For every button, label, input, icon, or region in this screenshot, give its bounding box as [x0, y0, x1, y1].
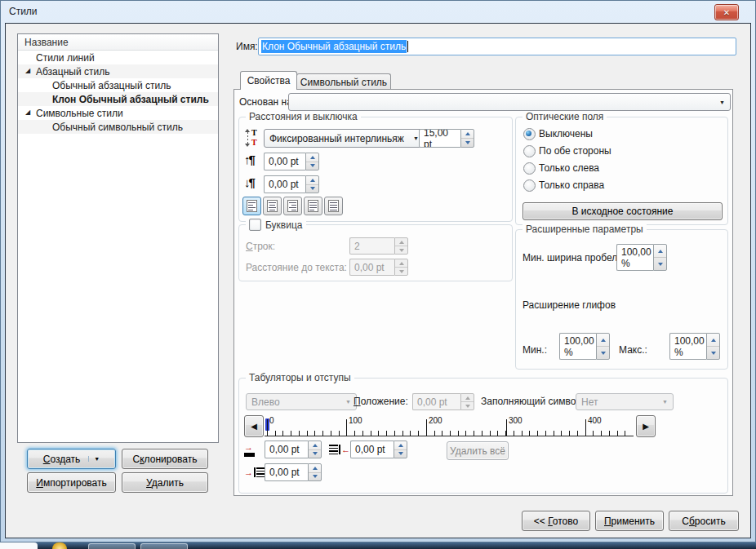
spin-down-icon: [461, 401, 474, 410]
left-indent-value[interactable]: 0,00 pt: [265, 463, 308, 481]
glyph-min-value[interactable]: 100,00 %: [559, 333, 596, 360]
clone-button[interactable]: Склонировать: [122, 449, 208, 469]
tree-item-paragraph-styles[interactable]: ◢ Абзацный стиль: [18, 64, 218, 78]
tree-item-line-styles[interactable]: Стили линий: [18, 51, 218, 64]
spin-down-icon[interactable]: [654, 257, 666, 270]
tree-item-character-styles[interactable]: ◢ Символьные стили: [18, 106, 218, 120]
spin-up-icon[interactable]: [309, 441, 321, 449]
align-force-justify-icon: [328, 200, 339, 212]
radio-off-label[interactable]: Выключены: [539, 128, 593, 139]
create-dropdown-icon[interactable]: ▼: [88, 456, 100, 462]
create-button[interactable]: Создать ▼: [27, 449, 116, 469]
style-name-input[interactable]: Клон Обычный абзацный стиль: [258, 38, 736, 55]
spin-up-icon[interactable]: [654, 245, 666, 257]
close-button[interactable]: ✕: [714, 4, 739, 20]
spin-up-icon: [395, 259, 407, 267]
dropcaps-checkbox[interactable]: [249, 219, 261, 231]
align-justify-button[interactable]: [304, 197, 322, 215]
align-left-button[interactable]: [242, 197, 261, 215]
tree-column-header[interactable]: Название: [18, 34, 218, 51]
ruler-label: 100: [349, 416, 362, 425]
tab-properties[interactable]: Свойства: [240, 71, 297, 90]
min-space-width-label: Мин. ширина пробела:: [523, 252, 625, 263]
spin-down-icon[interactable]: [394, 449, 407, 458]
align-force-justify-button[interactable]: [324, 197, 343, 215]
tabs-indents-group: Табуляторы и отступы Влево ▼ Положение: …: [238, 378, 728, 494]
radio-right-only[interactable]: [523, 179, 536, 192]
spin-down-icon[interactable]: [309, 472, 321, 481]
ruler-label: 300: [509, 416, 523, 425]
ruler-scroll-left-button[interactable]: ◀: [244, 415, 264, 437]
delete-all-label: Удалить всё: [450, 445, 505, 457]
reset-to-default-button[interactable]: В исходное состояние: [523, 202, 723, 220]
done-button[interactable]: << Готово: [522, 511, 590, 531]
min-space-width-spinner[interactable]: 100,00 %: [616, 244, 667, 271]
tree-item-default-paragraph-style[interactable]: Обычный абзацный стиль: [18, 78, 218, 92]
tree-expander-icon[interactable]: ◢: [25, 67, 30, 74]
spin-down-icon[interactable]: [306, 162, 318, 170]
align-right-icon: [287, 200, 298, 212]
align-right-button[interactable]: [283, 197, 302, 215]
left-indent-spinner[interactable]: 0,00 pt: [265, 463, 322, 481]
tree-item-clone-paragraph-style[interactable]: Клон Обычный абзацный стиль: [18, 92, 218, 106]
line-spacing-icon: TT: [245, 128, 257, 147]
ruler-scroll-right-button[interactable]: ▶: [636, 415, 656, 437]
space-below-value[interactable]: 0,00 pt: [264, 175, 305, 193]
min-space-width-value[interactable]: 100,00 %: [616, 244, 653, 271]
right-indent-value[interactable]: 0,00 pt: [350, 441, 394, 458]
spin-up-icon[interactable]: [707, 334, 719, 346]
based-on-combobox[interactable]: ▼: [288, 93, 731, 111]
taskbar-button[interactable]: [140, 543, 188, 549]
radio-off[interactable]: [523, 128, 536, 140]
spin-up-icon[interactable]: [597, 334, 609, 346]
space-below-spinner[interactable]: 0,00 pt: [264, 175, 319, 193]
reset-button[interactable]: Сбросить: [669, 511, 739, 531]
spin-up-icon[interactable]: [394, 441, 407, 449]
taskbar-button[interactable]: [88, 543, 136, 549]
spin-up-icon[interactable]: [461, 130, 474, 138]
tab-ruler[interactable]: 0 100 200 300 400: [265, 416, 634, 436]
tab-character-style[interactable]: Символьный стиль: [296, 73, 391, 90]
spin-down-icon[interactable]: [309, 449, 321, 458]
spin-down-icon[interactable]: [707, 346, 719, 359]
radio-both-sides[interactable]: [523, 145, 536, 157]
radio-left-only[interactable]: [523, 162, 536, 175]
apply-button[interactable]: Применить: [595, 511, 664, 531]
position-value: 0,00 pt: [412, 393, 460, 410]
radio-right-only-label[interactable]: Только справа: [539, 179, 604, 191]
tree-expander-icon[interactable]: ◢: [25, 108, 30, 116]
first-line-indent-spinner[interactable]: 0,00 pt: [265, 441, 322, 458]
space-above-spinner[interactable]: 0,00 pt: [264, 153, 319, 170]
spin-down-icon[interactable]: [461, 138, 474, 147]
radio-both-sides-label[interactable]: По обе стороны: [539, 145, 611, 157]
import-button[interactable]: Импортировать: [27, 472, 116, 493]
titlebar[interactable]: Стили ✕: [1, 1, 755, 23]
align-center-button[interactable]: [263, 197, 282, 215]
spin-up-icon[interactable]: [306, 153, 318, 162]
glyph-max-spinner[interactable]: 100,00 %: [669, 333, 720, 360]
import-button-label: Импортировать: [36, 477, 106, 489]
group-title: Расстояния и выключка: [246, 111, 361, 122]
glyph-min-spinner[interactable]: 100,00 %: [559, 333, 610, 360]
tree-item-label: Обычный абзацный стиль: [52, 80, 171, 91]
line-spacing-mode-combobox[interactable]: Фиксированный интерлиньяж ▼: [264, 129, 425, 148]
ruler-minor-ticks: [267, 431, 626, 436]
start-orb-fragment[interactable]: [52, 542, 67, 549]
dialog-client-area: Название Стили линий ◢ Абзацный стиль Об…: [5, 23, 751, 538]
right-indent-icon: ←: [329, 444, 350, 455]
tree-item-default-character-style[interactable]: Обычный символьный стиль: [18, 120, 218, 134]
advanced-settings-group: Расширенные параметры Мин. ширина пробел…: [515, 229, 728, 370]
right-indent-spinner[interactable]: 0,00 pt: [350, 441, 407, 458]
space-above-value[interactable]: 0,00 pt: [264, 153, 305, 170]
glyph-max-value[interactable]: 100,00 %: [669, 333, 706, 360]
delete-button[interactable]: Удалить: [122, 472, 208, 493]
spin-down-icon[interactable]: [597, 346, 609, 359]
first-line-indent-value[interactable]: 0,00 pt: [265, 441, 308, 458]
line-spacing-value[interactable]: 15,00 pt: [419, 129, 460, 148]
spin-down-icon[interactable]: [306, 184, 318, 193]
spin-up-icon[interactable]: [309, 464, 321, 472]
line-spacing-value-spinner[interactable]: 15,00 pt: [419, 129, 474, 148]
taskbar: [0, 542, 756, 549]
radio-left-only-label[interactable]: Только слева: [539, 162, 599, 174]
spin-up-icon[interactable]: [306, 176, 318, 184]
